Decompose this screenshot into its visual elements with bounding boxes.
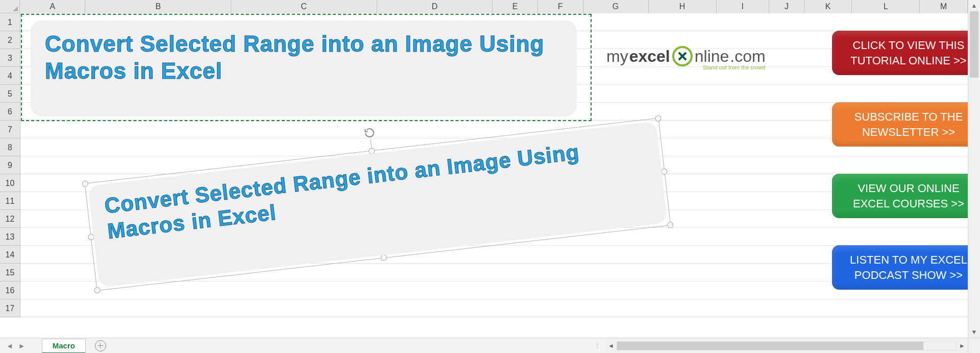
vertical-scrollbar[interactable]: ▲ ▼ (968, 0, 980, 338)
cta-tutorial-button[interactable]: CLICK TO VIEW THIS TUTORIAL ONLINE >> (832, 31, 968, 75)
scroll-left-icon[interactable]: ◄ (605, 342, 617, 349)
bottom-corner (968, 338, 980, 353)
row-header[interactable]: 5 (0, 85, 20, 103)
vscroll-thumb[interactable] (970, 11, 978, 78)
tab-prev-icon[interactable]: ◄ (6, 342, 13, 350)
row-cells[interactable] (20, 299, 968, 317)
tab-navigation: ◄ ► (0, 338, 32, 353)
logo-prefix: my (606, 47, 628, 66)
row-header[interactable]: 17 (0, 299, 20, 317)
scroll-right-icon[interactable]: ► (957, 342, 968, 349)
bottom-bar: ◄ ► Macro ⋮ ◄ ► (0, 338, 980, 353)
cta-courses-button[interactable]: VIEW OUR ONLINE EXCEL COURSES >> (832, 174, 968, 218)
logo-domain: .com (730, 47, 765, 66)
row-header[interactable]: 15 (0, 264, 20, 281)
row-header[interactable]: 13 (0, 228, 20, 246)
tab-spacer: ⋮ (106, 338, 605, 353)
title-shape[interactable]: Convert Selected Range into an Image Usi… (31, 20, 577, 116)
col-header-I[interactable]: I (717, 0, 769, 13)
column-headers-row: A B C D E F G H I J K L M (0, 0, 968, 13)
logo-x-icon (672, 46, 693, 66)
row-header[interactable]: 8 (0, 138, 20, 156)
col-header-G[interactable]: G (583, 0, 649, 13)
hscroll-track[interactable] (617, 341, 957, 350)
row-header[interactable]: 10 (0, 174, 20, 192)
row-header[interactable]: 6 (0, 103, 20, 121)
title-text: Convert Selected Range into an Image Usi… (45, 31, 562, 85)
splitter-dots-icon[interactable]: ⋮ (594, 341, 601, 348)
scroll-up-icon[interactable]: ▲ (968, 0, 980, 11)
col-header-J[interactable]: J (769, 0, 804, 13)
select-all-corner[interactable] (0, 0, 20, 13)
logo-tagline: Stand out from the crowd (703, 64, 766, 70)
logo-suffix: nline (695, 47, 729, 66)
new-sheet-button[interactable] (95, 340, 106, 351)
col-header-D[interactable]: D (377, 0, 493, 13)
col-header-F[interactable]: F (538, 0, 583, 13)
row-header[interactable]: 2 (0, 31, 20, 49)
logo: my excel nline .com Stand out from the c… (606, 46, 766, 66)
row-header[interactable]: 14 (0, 246, 20, 264)
row-cells[interactable] (20, 121, 968, 138)
row-header[interactable]: 3 (0, 49, 20, 67)
cta-newsletter-button[interactable]: SUBSCRIBE TO THE NEWSLETTER >> (832, 102, 968, 147)
cta-podcast-button[interactable]: LISTEN TO MY EXCEL PODCAST SHOW >> (832, 245, 968, 290)
col-header-C[interactable]: C (231, 0, 377, 13)
col-header-L[interactable]: L (852, 0, 920, 13)
tab-next-icon[interactable]: ► (18, 342, 26, 350)
hscroll-thumb[interactable] (617, 342, 923, 350)
row-header[interactable]: 12 (0, 210, 20, 228)
col-header-E[interactable]: E (493, 0, 538, 13)
col-header-M[interactable]: M (920, 0, 968, 13)
col-header-H[interactable]: H (649, 0, 717, 13)
row-header[interactable]: 1 (0, 13, 20, 31)
scroll-down-icon[interactable]: ▼ (968, 326, 980, 338)
row-header[interactable]: 4 (0, 67, 20, 85)
row-header[interactable]: 11 (0, 192, 20, 210)
col-header-A[interactable]: A (20, 0, 85, 13)
row-cells[interactable] (20, 281, 968, 299)
row-header[interactable]: 16 (0, 281, 20, 299)
row-header[interactable]: 9 (0, 156, 20, 174)
logo-bold: excel (629, 47, 670, 65)
row-header[interactable]: 7 (0, 121, 20, 138)
spreadsheet-grid: A B C D E F G H I J K L M 1 2 3 4 5 6 7 … (0, 0, 968, 338)
horizontal-scrollbar[interactable]: ◄ ► (605, 338, 968, 353)
sheet-tab-macro[interactable]: Macro (42, 339, 86, 353)
col-header-B[interactable]: B (85, 0, 231, 13)
col-header-K[interactable]: K (804, 0, 852, 13)
